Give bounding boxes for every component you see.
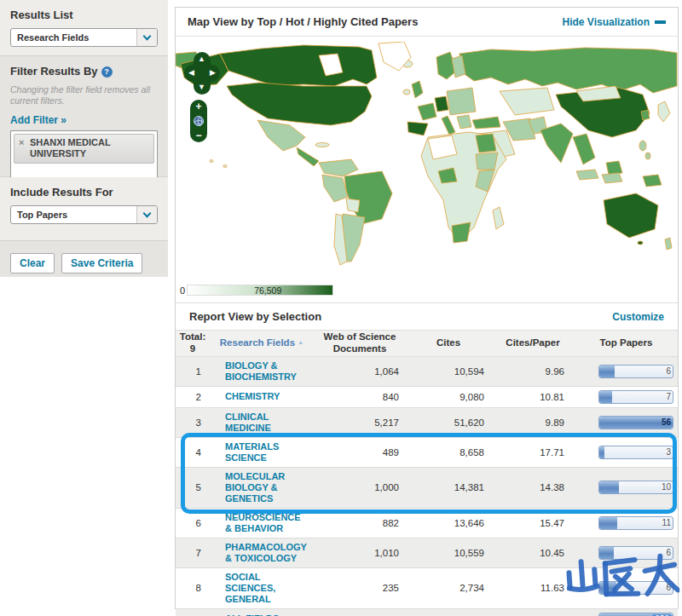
row-docs: 1,010	[314, 548, 406, 558]
include-results-dropdown-button[interactable]	[136, 206, 157, 223]
row-field-link[interactable]: CLINICAL MEDICINE	[210, 408, 314, 437]
top-papers-bar[interactable]: 6	[598, 581, 673, 595]
top-papers-bar-fill	[599, 391, 612, 403]
column-header-documents[interactable]: Web of Science Documents	[314, 331, 406, 355]
hide-visualization-link[interactable]: Hide Visualization	[563, 16, 666, 28]
top-papers-bar[interactable]: 6	[598, 546, 673, 560]
legend-gradient-bar: 76,509	[187, 285, 333, 296]
top-papers-value: 6	[666, 366, 671, 376]
filter-note: Changing the filter field removes all cu…	[10, 84, 158, 107]
pan-up-icon[interactable]: ▲	[198, 55, 205, 63]
help-icon[interactable]: ?	[101, 66, 113, 78]
table-row: 2 CHEMISTRY 840 9,080 10.81 7	[176, 387, 678, 408]
row-field-link[interactable]: MATERIALS SCIENCE	[210, 438, 314, 467]
top-papers-value: 6	[666, 583, 671, 592]
row-field-link[interactable]: SOCIAL SCIENCES, GENERAL	[210, 568, 314, 608]
results-list-dropdown-button[interactable]	[136, 29, 157, 46]
table-header-row: Total: 9 Research Fields ▲ Web of Scienc…	[176, 330, 678, 357]
column-header-cites[interactable]: Cites	[406, 337, 491, 349]
table-row: 0 ALL FIELDS 12,720 142,457 11.20 121	[176, 609, 678, 616]
chevron-down-icon	[143, 210, 152, 218]
total-label: Total:	[176, 331, 210, 343]
customize-link[interactable]: Customize	[612, 311, 664, 323]
zoom-out-icon[interactable]: −	[195, 131, 201, 140]
top-papers-bar[interactable]: 3	[598, 446, 673, 459]
table-row: 6 NEUROSCIENCE & BEHAVIOR 882 13,646 15.…	[176, 509, 678, 538]
row-cites-per-paper: 11.63	[491, 583, 575, 593]
row-cites-per-paper: 9.96	[491, 366, 575, 377]
total-count: Total: 9	[176, 331, 210, 355]
row-rank: 7	[176, 548, 210, 558]
top-papers-bar[interactable]: 6	[598, 365, 673, 378]
map-view-header: Map View by Top / Hot / Highly Cited Pap…	[176, 8, 678, 37]
map-area: ▲ ▼ ◀ ▶ + − 0 76,509	[176, 37, 678, 302]
row-docs: 882	[314, 518, 406, 528]
filter-tag[interactable]: × SHANXI MEDICAL UNIVERSITY	[14, 134, 154, 163]
top-papers-value: 3	[666, 447, 671, 457]
row-field-link[interactable]: NEUROSCIENCE & BEHAVIOR	[210, 509, 314, 538]
row-cites: 13,646	[406, 518, 491, 528]
row-field-link[interactable]: MOLECULAR BIOLOGY & GENETICS	[210, 468, 314, 508]
row-rank: 4	[176, 447, 210, 458]
row-cites: 14,381	[406, 482, 491, 492]
row-cites-per-paper: 9.89	[491, 417, 575, 428]
row-field-link[interactable]: ALL FIELDS	[210, 610, 314, 616]
map-legend: 0 76,509	[180, 285, 333, 296]
filter-heading-label: Filter Results By	[10, 65, 98, 78]
row-field-link[interactable]: CHEMISTRY	[210, 388, 314, 406]
table-row: 3 CLINICAL MEDICINE 5,217 51,620 9.89 56	[176, 408, 678, 438]
filter-section: Filter Results By? Changing the filter f…	[0, 56, 168, 177]
legend-min-value: 0	[180, 285, 185, 296]
top-papers-value: 11	[662, 518, 671, 527]
include-results-dropdown[interactable]: Top Papers	[10, 205, 158, 224]
add-filter-link[interactable]: Add Filter »	[10, 114, 66, 126]
table-row: 7 PHARMACOLOGY & TOXICOLOGY 1,010 10,559…	[176, 538, 678, 568]
row-docs: 235	[314, 583, 406, 593]
top-papers-bar[interactable]: 10	[598, 481, 673, 494]
row-cites: 10,559	[406, 548, 491, 558]
report-table: Total: 9 Research Fields ▲ Web of Scienc…	[176, 330, 678, 616]
sort-ascending-icon: ▲	[298, 339, 303, 345]
top-papers-bar[interactable]: 11	[598, 516, 673, 530]
pan-right-icon[interactable]: ▶	[210, 69, 216, 77]
include-results-section: Include Results For Top Papers	[0, 177, 168, 241]
map-pan-control[interactable]: ▲ ▼ ◀ ▶	[187, 52, 217, 95]
row-cites: 8,658	[406, 447, 491, 458]
remove-filter-icon[interactable]: ×	[19, 137, 24, 148]
column-header-research-fields[interactable]: Research Fields ▲	[210, 337, 314, 349]
top-papers-bar-fill	[599, 547, 614, 559]
table-row: 5 MOLECULAR BIOLOGY & GENETICS 1,000 14,…	[176, 468, 678, 509]
top-papers-bar-fill	[599, 582, 616, 594]
column-header-top-papers[interactable]: Top Papers	[575, 337, 678, 349]
top-papers-bar[interactable]: 121	[598, 613, 673, 616]
clear-button[interactable]: Clear	[10, 253, 55, 273]
report-view-title: Report View by Selection	[189, 310, 321, 323]
column-header-cites-per-paper[interactable]: Cites/Paper	[491, 337, 575, 349]
row-cites-per-paper: 17.71	[491, 447, 575, 458]
table-row: 1 BIOLOGY & BIOCHEMISTRY 1,064 10,594 9.…	[176, 357, 678, 387]
results-list-dropdown-value: Research Fields	[11, 29, 136, 46]
actions-section: Clear Save Criteria	[0, 241, 168, 277]
save-criteria-button[interactable]: Save Criteria	[61, 253, 142, 273]
top-papers-bar[interactable]: 56	[598, 416, 673, 429]
pan-left-icon[interactable]: ◀	[188, 69, 194, 77]
row-cites: 2,734	[406, 583, 491, 593]
row-field-link[interactable]: BIOLOGY & BIOCHEMISTRY	[210, 357, 314, 386]
row-field-link[interactable]: PHARMACOLOGY & TOXICOLOGY	[210, 538, 314, 567]
map-zoom-control[interactable]: + −	[190, 100, 207, 142]
top-papers-bar-fill	[599, 481, 619, 493]
legend-max-value: 76,509	[254, 285, 281, 296]
row-cites-per-paper: 15.47	[491, 518, 575, 528]
results-list-dropdown[interactable]: Research Fields	[10, 28, 158, 47]
globe-icon[interactable]	[194, 116, 204, 126]
pan-down-icon[interactable]: ▼	[198, 83, 205, 91]
sidebar: Results List Research Fields Filter Resu…	[0, 0, 168, 275]
top-papers-value: 56	[662, 417, 671, 427]
row-cites-per-paper: 14.38	[491, 482, 575, 492]
zoom-in-icon[interactable]: +	[195, 102, 201, 111]
world-map[interactable]	[176, 42, 678, 279]
row-rank: 6	[176, 518, 210, 528]
row-docs: 1,000	[314, 482, 406, 492]
table-row: 4 MATERIALS SCIENCE 489 8,658 17.71 3	[176, 438, 678, 468]
top-papers-bar[interactable]: 7	[598, 390, 673, 404]
